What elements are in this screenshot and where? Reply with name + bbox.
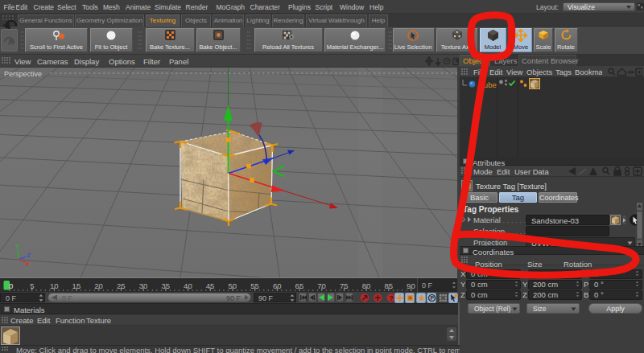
svg-text:Y: Y bbox=[15, 243, 20, 250]
svg-text:Z: Z bbox=[27, 252, 31, 259]
svg-text:?: ? bbox=[390, 294, 394, 302]
svg-text:P: P bbox=[431, 295, 435, 301]
svg-text:X: X bbox=[26, 261, 31, 268]
